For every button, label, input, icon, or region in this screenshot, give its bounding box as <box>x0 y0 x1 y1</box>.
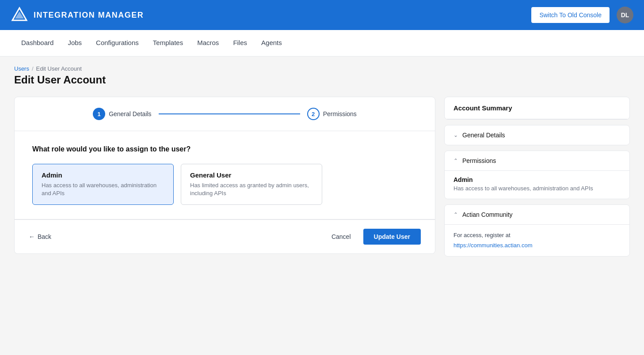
app-header: INTEGRATION MANAGER Switch To Old Consol… <box>0 0 644 30</box>
role-section: What role would you like to assign to th… <box>15 131 435 219</box>
actian-community-section: ⌃ Actian Community For access, register … <box>444 204 630 257</box>
left-panel: 1 General Details 2 Permissions What rol… <box>14 97 435 257</box>
actian-community-body: For access, register at https://communit… <box>445 224 629 256</box>
permissions-label: Permissions <box>462 157 496 164</box>
step-1-label: General Details <box>109 110 152 117</box>
breadcrumb-parent[interactable]: Users <box>14 65 29 72</box>
breadcrumb-separator: / <box>32 65 34 72</box>
permissions-chevron-icon: ⌃ <box>453 158 458 164</box>
step-2: 2 Permissions <box>307 108 357 120</box>
breadcrumb: Users / Edit User Account <box>14 65 630 72</box>
permissions-role-desc: Has access to all warehouses, administra… <box>453 185 621 192</box>
role-admin-desc: Has access to all warehouses, administra… <box>42 181 164 197</box>
actian-community-label: Actian Community <box>462 211 513 218</box>
general-details-header[interactable]: ⌄ General Details <box>445 125 629 145</box>
nav-item-files[interactable]: Files <box>226 30 254 57</box>
avatar[interactable]: DL <box>617 7 633 23</box>
back-button[interactable]: ← Back <box>29 233 51 240</box>
actian-community-link[interactable]: https://communities.actian.com <box>453 242 532 249</box>
actian-community-header[interactable]: ⌃ Actian Community <box>445 205 629 224</box>
back-arrow-icon: ← <box>29 233 35 240</box>
role-cards: Admin Has access to all warehouses, admi… <box>32 164 417 205</box>
nav-item-templates[interactable]: Templates <box>146 30 190 57</box>
general-details-label: General Details <box>462 132 505 139</box>
cancel-button[interactable]: Cancel <box>324 230 358 244</box>
step-connector <box>159 113 300 114</box>
nav-item-jobs[interactable]: Jobs <box>61 30 89 57</box>
role-admin-title: Admin <box>42 171 164 179</box>
switch-console-button[interactable]: Switch To Old Console <box>531 7 610 23</box>
main-content: 1 General Details 2 Permissions What rol… <box>0 90 644 271</box>
nav-item-agents[interactable]: Agents <box>254 30 289 57</box>
permissions-body: Admin Has access to all warehouses, admi… <box>445 170 629 199</box>
role-question: What role would you like to assign to th… <box>32 145 417 153</box>
actian-register-text: For access, register at <box>453 232 621 238</box>
nav-item-dashboard[interactable]: Dashboard <box>14 30 61 57</box>
header-right: Switch To Old Console DL <box>531 7 633 23</box>
actian-chevron-icon: ⌃ <box>453 211 458 218</box>
stepper: 1 General Details 2 Permissions <box>15 97 435 131</box>
main-nav: Dashboard Jobs Configurations Templates … <box>0 30 644 57</box>
update-user-button[interactable]: Update User <box>363 229 421 245</box>
breadcrumb-current: Edit User Account <box>36 65 82 72</box>
step-1: 1 General Details <box>93 108 152 120</box>
permissions-header[interactable]: ⌃ Permissions <box>445 151 629 170</box>
permissions-section: ⌃ Permissions Admin Has access to all wa… <box>444 151 630 199</box>
general-details-section: ⌄ General Details <box>444 125 630 145</box>
account-summary-card: Account Summary <box>444 97 630 120</box>
step-1-circle: 1 <box>93 108 105 120</box>
right-panel: Account Summary ⌄ General Details ⌃ Perm… <box>444 97 630 257</box>
role-general-desc: Has limited access as granted by admin u… <box>190 181 313 197</box>
app-title: INTEGRATION MANAGER <box>34 11 144 20</box>
breadcrumb-area: Users / Edit User Account Edit User Acco… <box>0 57 644 90</box>
role-card-admin[interactable]: Admin Has access to all warehouses, admi… <box>32 164 174 205</box>
step-2-label: Permissions <box>323 110 357 117</box>
app-logo-icon <box>11 6 28 24</box>
general-details-chevron-icon: ⌄ <box>453 132 458 138</box>
nav-item-configurations[interactable]: Configurations <box>89 30 146 57</box>
step-2-circle: 2 <box>307 108 320 120</box>
page-title: Edit User Account <box>14 74 630 86</box>
account-summary-title: Account Summary <box>445 97 629 119</box>
form-footer: ← Back Cancel Update User <box>15 219 435 253</box>
header-left: INTEGRATION MANAGER <box>11 6 144 24</box>
footer-right: Cancel Update User <box>324 229 421 245</box>
role-card-general-user[interactable]: General User Has limited access as grant… <box>181 164 322 205</box>
form-card: 1 General Details 2 Permissions What rol… <box>14 97 435 254</box>
role-general-title: General User <box>190 171 313 179</box>
permissions-role-title: Admin <box>453 176 621 183</box>
back-label: Back <box>38 233 51 240</box>
nav-item-macros[interactable]: Macros <box>190 30 226 57</box>
